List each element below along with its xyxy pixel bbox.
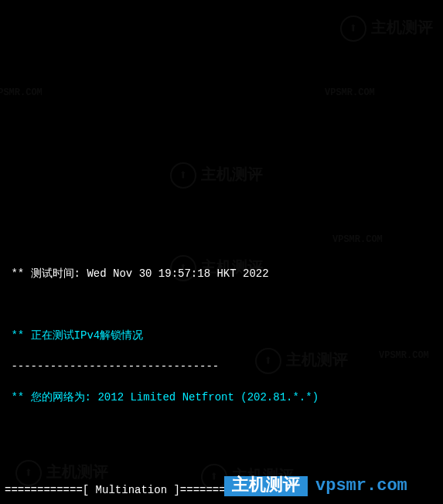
badge-cn: 主机测评 [224, 476, 308, 496]
ipv4-testing-line: ** 正在测试IPv4解锁情况 [5, 328, 438, 343]
watermark: VPSMR.COM [0, 85, 43, 100]
blank-line [5, 421, 438, 436]
network-line: ** 您的网络为: 2012 Limited Netfront (202.81.… [5, 390, 438, 405]
badge-domain: vpsmr.com [308, 476, 415, 496]
test-time-line: ** 测试时间: Wed Nov 30 19:57:18 HKT 2022 [5, 266, 438, 281]
blank-line [5, 451, 438, 467]
watermark: VPSMR.COM [332, 232, 383, 247]
watermark: VPSMR.COM [325, 85, 375, 100]
watermark-icon: ⬆ [170, 162, 196, 189]
watermark: ⬆ 主机测评 [340, 15, 433, 42]
blank-line [5, 297, 438, 312]
footer-badge: 主机测评 vpsmr.com [224, 476, 415, 496]
watermark-icon: ⬆ [340, 15, 366, 42]
dash-line: -------------------------------- [5, 359, 438, 374]
watermark: ⬆ 主机测评 [170, 162, 263, 189]
